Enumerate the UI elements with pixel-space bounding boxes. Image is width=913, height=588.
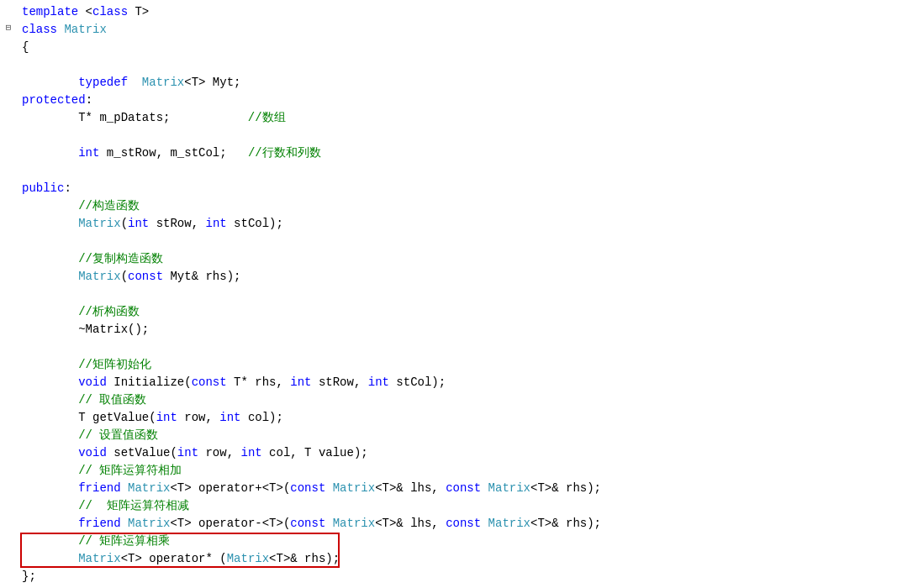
code-editor: template <class T>⊟class Matrix{ typedef… [0,0,913,588]
line-text [20,339,913,356]
line-text: typedef Matrix<T> Myt; [20,74,913,92]
code-line: //复制构造函数 [0,250,913,268]
line-text: Matrix(const Myt& rhs); [20,268,913,286]
code-line [0,127,913,144]
line-text [20,127,913,144]
line-text: // 矩阵运算相乘 [20,533,913,550]
code-line: template <class T> [0,3,913,21]
line-text: Matrix<T> operator* (Matrix<T>& rhs); [20,550,913,568]
code-line: ~Matrix(); [0,321,913,339]
code-line: }; [0,568,913,585]
line-text [20,286,913,303]
code-line: T* m_pDatats; //数组 [0,109,913,127]
line-text: }; [20,568,913,585]
code-line: Matrix<T> operator* (Matrix<T>& rhs); [0,550,913,568]
line-text: // 取值函数 [20,391,913,409]
code-line: int m_stRow, m_stCol; //行数和列数 [0,144,913,162]
code-line: // 矩阵运算相乘 [0,533,913,550]
code-line [0,286,913,303]
line-text: //构造函数 [20,197,913,215]
line-text: //矩阵初始化 [20,356,913,374]
line-text: //析构函数 [20,303,913,321]
code-line: Matrix(const Myt& rhs); [0,268,913,286]
line-text [20,56,913,74]
code-line: { [0,39,913,56]
line-text: void setValue(int row, int col, T value)… [20,444,913,462]
line-text: ~Matrix(); [20,321,913,339]
line-text: public: [20,180,913,197]
line-text: T getValue(int row, int col); [20,409,913,427]
code-line: //构造函数 [0,197,913,215]
line-text: // 矩阵运算符相减 [20,497,913,515]
code-line: // 矩阵运算符相减 [0,497,913,515]
line-text: protected: [20,92,913,109]
code-line: ⊟class Matrix [0,21,913,39]
code-line: protected: [0,92,913,109]
line-gutter: ⊟ [0,21,17,35]
code-line [0,162,913,180]
code-line: void setValue(int row, int col, T value)… [0,444,913,462]
line-text: template <class T> [20,3,913,21]
code-line: friend Matrix<T> operator-<T>(const Matr… [0,515,913,533]
code-line: // 矩阵运算符相加 [0,462,913,480]
code-line [0,233,913,250]
line-text: // 设置值函数 [20,427,913,444]
line-text: void Initialize(const T* rhs, int stRow,… [20,374,913,391]
line-text: int m_stRow, m_stCol; //行数和列数 [20,144,913,162]
line-text: // 矩阵运算符相加 [20,462,913,480]
line-text: class Matrix [20,21,913,39]
code-line: friend Matrix<T> operator+<T>(const Matr… [0,480,913,497]
line-text [20,162,913,180]
code-line [0,56,913,74]
line-text: Matrix(int stRow, int stCol); [20,215,913,233]
line-text: friend Matrix<T> operator+<T>(const Matr… [20,480,913,497]
line-text: friend Matrix<T> operator-<T>(const Matr… [20,515,913,533]
line-text [20,233,913,250]
line-text: T* m_pDatats; //数组 [20,109,913,127]
code-line: //矩阵初始化 [0,356,913,374]
code-line: // 设置值函数 [0,427,913,444]
code-line: // 取值函数 [0,391,913,409]
code-line: void Initialize(const T* rhs, int stRow,… [0,374,913,391]
code-line: Matrix(int stRow, int stCol); [0,215,913,233]
code-line: T getValue(int row, int col); [0,409,913,427]
code-line: //析构函数 [0,303,913,321]
code-line: public: [0,180,913,197]
code-line: typedef Matrix<T> Myt; [0,74,913,92]
line-text: //复制构造函数 [20,250,913,268]
code-line [0,339,913,356]
line-text: { [20,39,913,56]
